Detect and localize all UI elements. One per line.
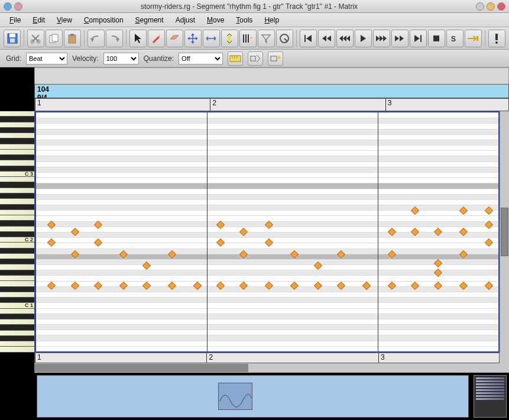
quantize-tool[interactable] (276, 30, 293, 47)
piano-key[interactable] (0, 314, 34, 319)
loop-button[interactable] (465, 30, 482, 47)
piano-key[interactable] (0, 281, 34, 286)
piano-key[interactable] (0, 319, 34, 325)
note-grid[interactable] (34, 111, 500, 353)
collapse-icon[interactable] (248, 51, 263, 66)
midi-note[interactable] (47, 238, 56, 247)
bar-ruler-bottom[interactable]: 1 2 3 (34, 353, 500, 363)
piano-key[interactable] (0, 347, 34, 352)
piano-key[interactable] (0, 221, 34, 226)
redo-button[interactable] (106, 30, 123, 47)
transport-forward[interactable] (391, 30, 409, 47)
menu-file[interactable]: File (5, 15, 25, 25)
transport-fast-rewind[interactable] (336, 30, 354, 47)
piano-key[interactable] (0, 336, 34, 341)
piano-key[interactable] (0, 205, 34, 210)
piano-key[interactable] (0, 243, 34, 248)
transport-start[interactable] (300, 30, 317, 47)
cut-button[interactable] (27, 30, 44, 47)
draw-tool[interactable] (148, 30, 165, 47)
piano-key[interactable] (0, 150, 34, 155)
piano-key[interactable] (0, 210, 34, 215)
transport-play[interactable] (355, 30, 372, 47)
piano-keyboard[interactable]: C 3C 2C 1 (0, 111, 34, 353)
window-menu-icon[interactable] (4, 2, 12, 11)
menu-segment[interactable]: Segment (131, 15, 168, 25)
quantize-select[interactable]: Off (179, 53, 223, 64)
piano-key[interactable] (0, 160, 34, 166)
piano-key[interactable] (0, 138, 34, 144)
select-tool[interactable] (129, 30, 147, 47)
midi-note[interactable] (94, 238, 102, 247)
piano-key[interactable] (0, 122, 34, 128)
transport-end[interactable] (410, 30, 427, 47)
piano-key[interactable] (0, 128, 34, 133)
close-icon[interactable] (497, 2, 505, 11)
maximize-icon[interactable] (487, 2, 495, 11)
piano-key[interactable] (0, 276, 34, 281)
panic-button[interactable] (488, 30, 505, 47)
transport-rewind[interactable] (318, 30, 335, 47)
chord-tool[interactable] (239, 30, 257, 47)
velocity-select[interactable]: 100 (103, 53, 139, 64)
piano-key[interactable] (0, 199, 34, 204)
segment-overview[interactable] (37, 375, 469, 418)
piano-key[interactable] (0, 133, 34, 138)
piano-key[interactable] (0, 177, 34, 182)
piano-key[interactable]: C 1 (0, 303, 34, 308)
piano-key[interactable] (0, 188, 34, 193)
window-pin-icon[interactable] (14, 2, 22, 11)
tempo-ruler[interactable]: 104 9/4 (34, 84, 509, 98)
copy-button[interactable] (46, 30, 63, 47)
piano-key[interactable] (0, 254, 34, 259)
minimize-icon[interactable] (476, 2, 484, 11)
midi-note[interactable] (485, 238, 493, 247)
piano-key[interactable] (0, 287, 34, 292)
piano-key[interactable] (0, 227, 34, 232)
piano-key[interactable] (0, 215, 34, 221)
piano-key[interactable]: C 2 (0, 237, 34, 243)
piano-key[interactable] (0, 270, 34, 276)
menu-composition[interactable]: Composition (79, 15, 128, 25)
menu-move[interactable]: Move (202, 15, 229, 25)
piano-key[interactable] (0, 325, 34, 330)
piano-key[interactable] (0, 182, 34, 188)
piano-key[interactable] (0, 264, 34, 270)
transport-stop[interactable] (428, 30, 445, 47)
menu-help[interactable]: Help (260, 15, 284, 25)
piano-key[interactable] (0, 331, 34, 336)
bar-ruler-top[interactable]: 1 2 3 (34, 98, 509, 111)
piano-key[interactable] (0, 117, 34, 122)
paste-button[interactable] (64, 30, 81, 47)
piano-key[interactable] (0, 193, 34, 199)
grid-select[interactable]: Beat (26, 53, 67, 64)
undo-button[interactable] (87, 30, 105, 47)
star-icon[interactable] (268, 51, 283, 66)
piano-key[interactable] (0, 259, 34, 264)
transport-fast-forward[interactable] (373, 30, 390, 47)
menu-edit[interactable]: Edit (28, 15, 50, 25)
resize-tool[interactable] (203, 30, 220, 47)
piano-key[interactable] (0, 144, 34, 150)
midi-note[interactable] (265, 238, 273, 247)
ruler-icon[interactable] (228, 51, 243, 66)
midi-note[interactable] (216, 238, 225, 247)
menu-tools[interactable]: Tools (231, 15, 257, 25)
piano-key[interactable] (0, 309, 34, 314)
solo-button[interactable]: S (446, 30, 463, 47)
piano-key[interactable] (0, 155, 34, 160)
piano-key[interactable]: C 3 (0, 172, 34, 177)
erase-tool[interactable] (166, 30, 183, 47)
menu-view[interactable]: View (52, 15, 77, 25)
menu-adjust[interactable]: Adjust (171, 15, 200, 25)
track-minimap[interactable] (474, 375, 507, 418)
horizontal-scrollbar[interactable] (34, 363, 500, 373)
piano-key[interactable] (0, 248, 34, 254)
piano-key[interactable] (0, 292, 34, 298)
piano-key[interactable] (0, 111, 34, 117)
piano-key[interactable] (0, 341, 34, 347)
filter-tool[interactable] (258, 30, 275, 47)
save-button[interactable] (4, 30, 21, 47)
vertical-scrollbar[interactable] (500, 111, 509, 353)
move-tool[interactable] (184, 30, 202, 47)
